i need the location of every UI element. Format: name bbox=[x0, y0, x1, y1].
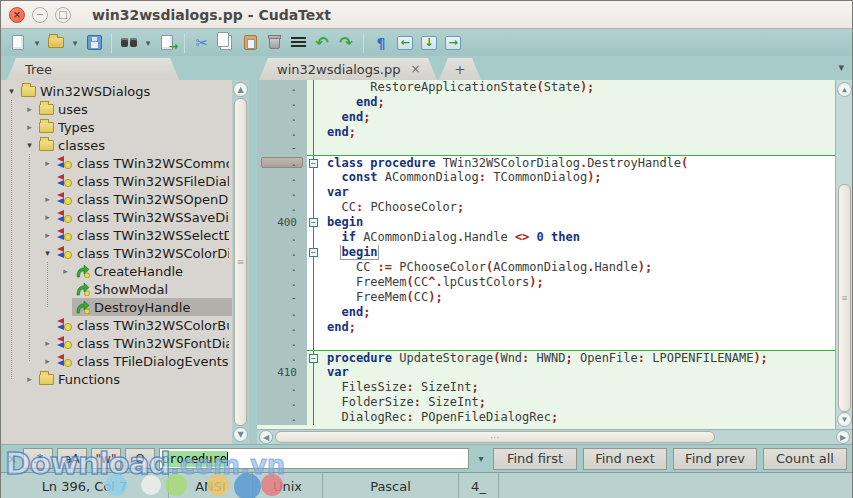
expand-arrow-icon[interactable]: ▸ bbox=[41, 338, 54, 348]
code-line[interactable]: 400−begin bbox=[257, 215, 852, 230]
select-all-button-icon[interactable] bbox=[287, 32, 309, 54]
code-line[interactable]: .end; bbox=[257, 125, 852, 140]
tree-item-body[interactable]: class TWin32WSColorButton bbox=[54, 316, 232, 334]
regex-option[interactable]: .* bbox=[23, 448, 53, 469]
editor-hscroll-thumb[interactable] bbox=[275, 431, 715, 443]
tree-item-class-twin32wsselectdirect[interactable]: ▸class TWin32WSSelectDirect bbox=[1, 226, 232, 244]
gutter-cell[interactable]: . bbox=[257, 320, 307, 335]
minimize-button[interactable]: − bbox=[32, 7, 48, 23]
collapse-arrow-icon[interactable]: ▾ bbox=[23, 140, 36, 150]
expand-arrow-icon[interactable]: ▸ bbox=[41, 356, 54, 366]
indent-block-button-icon[interactable]: ↓ bbox=[418, 32, 440, 54]
tree-item-body[interactable]: class TWin32WSSaveDialog bbox=[54, 208, 232, 226]
fold-minus-icon[interactable]: − bbox=[309, 218, 318, 227]
tree-item-showmodal[interactable]: ShowModal bbox=[1, 280, 232, 298]
code-line[interactable]: . end; bbox=[257, 110, 852, 125]
tree-item-body[interactable]: Functions bbox=[36, 370, 232, 388]
new-file-menu-arrow-icon[interactable]: ▾ bbox=[31, 32, 43, 54]
case-option[interactable]: aA bbox=[57, 448, 87, 469]
expand-arrow-icon[interactable]: ▸ bbox=[41, 212, 54, 222]
tab-close-icon[interactable]: × bbox=[411, 62, 421, 76]
status-caret-position[interactable]: Ln 396, Col 7 bbox=[1, 473, 169, 498]
code-line[interactable]: . FolderSize: SizeInt; bbox=[257, 395, 852, 410]
tree-item-body[interactable]: class TWin32WSOpenDialog bbox=[54, 190, 232, 208]
tree-item-body[interactable]: class TWin32WSFileDialog bbox=[54, 172, 232, 190]
gutter-cell[interactable]: . bbox=[257, 185, 307, 200]
gutter-cell[interactable]: . bbox=[257, 110, 307, 125]
gutter-cell[interactable]: 400 bbox=[257, 215, 307, 230]
gutter-cell[interactable]: . bbox=[257, 80, 307, 95]
code-line[interactable]: 410var bbox=[257, 365, 852, 380]
find-close-icon[interactable]: × bbox=[5, 452, 19, 466]
tree-item-body[interactable]: class TFileDialogEvents bbox=[54, 352, 232, 370]
expand-arrow-icon[interactable]: ▸ bbox=[41, 194, 54, 204]
editor-vscrollbar[interactable]: ▲ ▼ bbox=[835, 80, 852, 429]
gutter-cell[interactable]: . bbox=[257, 200, 307, 215]
gutter-cell[interactable]: . bbox=[257, 245, 307, 260]
tree-item-body[interactable]: class TWin32WSCommonDialog bbox=[54, 154, 232, 172]
tree-item-class-twin32wscolordialog[interactable]: ▾class TWin32WSColorDialog bbox=[1, 244, 232, 262]
unindent-block-button-icon[interactable]: ← bbox=[394, 32, 416, 54]
tree-scroll-thumb[interactable] bbox=[234, 98, 247, 426]
tree-item-createhandle[interactable]: ▸CreateHandle bbox=[1, 262, 232, 280]
show-nonprinted-button-icon[interactable]: ¶ bbox=[370, 32, 392, 54]
find-button-icon[interactable] bbox=[118, 32, 140, 54]
cut-button-icon[interactable]: ✂ bbox=[191, 32, 213, 54]
gutter-cell[interactable]: . bbox=[257, 410, 307, 425]
code-line[interactable]: . CC := PChooseColor(ACommonDialog.Handl… bbox=[257, 260, 852, 275]
code-tree-panel[interactable]: ▾Win32WSDialogs▸uses▸Types▾classes▸class… bbox=[1, 80, 249, 444]
tree-item-body[interactable]: class TWin32WSColorDialog bbox=[54, 244, 232, 262]
editor-scroll-left-icon[interactable]: ◀ bbox=[259, 430, 273, 444]
expand-arrow-icon[interactable]: ▸ bbox=[23, 122, 36, 132]
gutter-cell[interactable]: . bbox=[257, 95, 307, 110]
gutter-cell[interactable]: 410 bbox=[257, 365, 307, 380]
tab-menu-arrow-icon[interactable]: ▾ bbox=[838, 61, 844, 74]
tree-item-class-twin32wsopendialog[interactable]: ▸class TWin32WSOpenDialog bbox=[1, 190, 232, 208]
count-all-button[interactable]: Count all bbox=[763, 448, 847, 470]
fold-minus-icon[interactable]: − bbox=[309, 159, 318, 168]
tree-scrollbar[interactable]: ▲ ▼ bbox=[232, 80, 249, 444]
maximize-button[interactable]: □ bbox=[55, 7, 71, 23]
code-editor[interactable]: . RestoreApplicationState(State);. end;.… bbox=[257, 80, 852, 429]
code-line[interactable]: .var bbox=[257, 185, 852, 200]
find-history-arrow-icon[interactable]: ▾ bbox=[473, 453, 489, 464]
tree-item-destroyhandle[interactable]: DestroyHandle bbox=[1, 298, 232, 316]
code-line[interactable]: . FreeMem(CC^.lpCustColors); bbox=[257, 275, 852, 290]
tree-item-uses[interactable]: ▸uses bbox=[1, 100, 232, 118]
gutter-cell[interactable]: . bbox=[257, 125, 307, 140]
code-line[interactable]: .− begin bbox=[257, 245, 852, 260]
gutter-cell[interactable]: . bbox=[257, 305, 307, 320]
expand-arrow-icon[interactable]: ▸ bbox=[41, 230, 54, 240]
delete-button-icon[interactable] bbox=[263, 32, 285, 54]
status-tab-size[interactable]: 4_ bbox=[459, 473, 499, 498]
tree-item-classes[interactable]: ▾classes bbox=[1, 136, 232, 154]
status-lexer[interactable]: Pascal bbox=[323, 473, 459, 498]
tree-item-class-twin32wsfontdialog[interactable]: ▸class TWin32WSFontDialog bbox=[1, 334, 232, 352]
gutter-cell[interactable]: . bbox=[257, 335, 307, 350]
gutter-cell[interactable]: . bbox=[257, 260, 307, 275]
fold-minus-icon[interactable]: − bbox=[309, 248, 318, 257]
status-line-endings[interactable]: Unix bbox=[253, 473, 323, 498]
tree-item-body[interactable]: classes bbox=[36, 136, 232, 154]
gutter-cell[interactable]: . bbox=[257, 350, 307, 365]
goto-file-button-icon[interactable]: → bbox=[156, 32, 178, 54]
editor-scroll-thumb[interactable] bbox=[838, 184, 851, 412]
editor-scroll-right-icon[interactable]: ▶ bbox=[836, 430, 850, 444]
expand-arrow-icon[interactable]: ▸ bbox=[41, 158, 54, 168]
code-line[interactable]: . if ACommonDialog.Handle <> 0 then bbox=[257, 230, 852, 245]
expand-arrow-icon[interactable]: ▸ bbox=[59, 266, 72, 276]
status-encoding[interactable]: ANSI bbox=[169, 473, 253, 498]
tree-item-body[interactable]: ShowModal bbox=[72, 280, 232, 298]
find-prev-button[interactable]: Find prev bbox=[673, 448, 757, 470]
editor-scroll-down-icon[interactable]: ▼ bbox=[837, 412, 852, 427]
code-line[interactable]: . RestoreApplicationState(State); bbox=[257, 80, 852, 95]
code-line[interactable]: - FreeMem(CC); bbox=[257, 290, 852, 305]
tree-item-body[interactable]: class TWin32WSFontDialog bbox=[54, 334, 232, 352]
tree-item-body[interactable]: class TWin32WSSelectDirect bbox=[54, 226, 232, 244]
tree-item-types[interactable]: ▸Types bbox=[1, 118, 232, 136]
tab-editor[interactable]: win32wsdialogs.pp × bbox=[259, 58, 437, 80]
tree-item-body[interactable]: Win32WSDialogs bbox=[18, 82, 232, 100]
new-file-button-icon[interactable] bbox=[7, 32, 29, 54]
gutter-cell[interactable]: . bbox=[257, 230, 307, 245]
find-next-button[interactable]: Find next bbox=[583, 448, 667, 470]
